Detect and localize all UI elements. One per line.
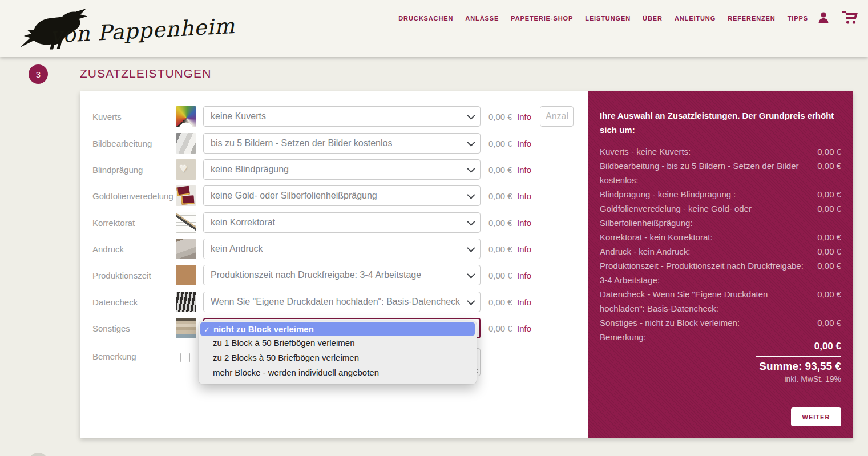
pencil-thumbnail-image — [176, 212, 196, 233]
step-indicator: 3 — [29, 64, 48, 84]
blindpraegung-select[interactable]: keine Blindprägung — [203, 159, 481, 180]
dropdown-option-1[interactable]: ✓nicht zu Block verleimen — [200, 322, 475, 336]
envelopes-thumbnail-image — [176, 106, 196, 127]
select-value: keine Blindprägung — [211, 164, 289, 175]
summary-item: Sonstiges - nicht zu Block verleimen: 0,… — [600, 316, 841, 330]
chevron-down-icon — [467, 297, 475, 305]
summary-item-price: 0,00 € — [817, 144, 841, 159]
chevron-down-icon — [467, 218, 475, 226]
nav-item-leistungen[interactable]: Leistungen — [585, 15, 631, 22]
select-value: Produktionszeit nach Druckfreigabe: 3-4 … — [211, 270, 421, 280]
next-step-indicator — [29, 453, 48, 456]
form-row-blindpraegung: Blindprägung keine Blindprägung 0,00 € I… — [80, 159, 588, 180]
nav-item-papeterie-shop[interactable]: Papeterie-Shop — [511, 15, 573, 22]
summary-item-price: 0,00 € — [817, 244, 841, 259]
nav-item-referenzen[interactable]: Referenzen — [728, 15, 776, 22]
nav-item-tipps[interactable]: Tipps — [788, 15, 808, 22]
row-label: Blindprägung — [92, 165, 172, 175]
bildbearbeitung-info-link[interactable]: Info — [517, 139, 531, 148]
form-row-andruck: Andruck kein Andruck 0,00 € Info — [80, 239, 588, 259]
vat-note: inkl. MwSt. 19% — [716, 374, 841, 384]
row-price: 0,00 € — [488, 139, 512, 148]
brand-logo[interactable]: von Pappenheim — [6, 3, 194, 56]
photos-thumbnail-image — [176, 133, 196, 154]
nav-item-anlaesse[interactable]: Anlässe — [465, 15, 499, 22]
sum-total: Summe: 93,55 € — [716, 360, 841, 373]
datencheck-info-link[interactable]: Info — [517, 297, 531, 307]
korrektorat-select[interactable]: kein Korrektorat — [203, 212, 481, 233]
row-price: 0,00 € — [488, 218, 512, 228]
cart-icon[interactable] — [842, 10, 858, 25]
check-icon: ✓ — [204, 325, 210, 334]
summary-item-price: 0,00 € — [817, 230, 841, 244]
bemerkung-checkbox[interactable] — [180, 353, 190, 362]
select-value: Wenn Sie "Eigene Druckdaten hochladen": … — [211, 297, 460, 307]
box-thumbnail-image — [176, 239, 196, 259]
dropdown-option-4[interactable]: mehr Blöcke - werden individuell angebot… — [199, 365, 477, 380]
sonstiges-dropdown-menu: ✓nicht zu Block verleimen zu 1 Block à 5… — [199, 321, 477, 384]
chevron-down-icon — [467, 271, 475, 279]
zusatzleistungen-card: Kuverts keine Kuverts 0,00 € Info Bildbe… — [80, 91, 853, 438]
form-row-datencheck: Datencheck Wenn Sie "Eigene Druckdaten h… — [80, 292, 588, 312]
gold-foil-thumbnail-image — [176, 185, 196, 206]
select-value: keine Kuverts — [211, 111, 266, 122]
additional-total: 0,00 € — [716, 341, 841, 352]
chevron-down-icon — [467, 165, 475, 173]
summary-item-text: Blindprägung - keine Blindprägung : — [600, 187, 817, 201]
andruck-info-link[interactable]: Info — [517, 244, 531, 254]
summary-item-price: 0,00 € — [817, 187, 841, 201]
account-icon[interactable] — [818, 11, 829, 24]
nav-item-ueber[interactable]: Über — [643, 15, 663, 22]
korrektorat-info-link[interactable]: Info — [517, 218, 531, 228]
site-header: von Pappenheim Drucksachen Anlässe Papet… — [0, 0, 868, 57]
summary-item-text: Bildbearbeitung - bis zu 5 Bildern - Set… — [600, 159, 817, 187]
row-label: Andruck — [92, 244, 172, 254]
weiter-button[interactable]: WEITER — [791, 407, 841, 426]
blindpraegung-info-link[interactable]: Info — [517, 165, 531, 175]
nav-item-anleitung[interactable]: Anleitung — [675, 15, 716, 22]
page-title: ZUSATZLEISTUNGEN — [80, 67, 211, 80]
keyboard-thumbnail-image — [176, 292, 196, 312]
kuverts-info-link[interactable]: Info — [517, 112, 531, 122]
nav-item-drucksachen[interactable]: Drucksachen — [398, 15, 453, 22]
summary-item-text: Kuverts - keine Kuverts: — [600, 144, 817, 159]
summary-item-price: 0,00 € — [817, 287, 841, 316]
summary-item: Andruck - kein Andruck: 0,00 € — [600, 244, 841, 259]
chevron-down-icon — [467, 112, 475, 120]
form-row-korrektorat: Korrektorat kein Korrektorat 0,00 € Info — [80, 212, 588, 233]
datencheck-select[interactable]: Wenn Sie "Eigene Druckdaten hochladen": … — [203, 292, 481, 312]
dropdown-option-2[interactable]: zu 1 Block à 50 Briefbögen verleimen — [199, 336, 477, 350]
step-number: 3 — [36, 70, 41, 79]
summary-item-price: 0,00 € — [817, 316, 841, 330]
page: von Pappenheim Drucksachen Anlässe Papet… — [0, 0, 868, 456]
summary-item: Korrektorat - kein Korrektorat: 0,00 € — [600, 230, 841, 244]
row-label: Korrektorat — [92, 218, 172, 228]
paper-stack-thumbnail-image — [176, 318, 196, 338]
bildbearbeitung-select[interactable]: bis zu 5 Bildern - Setzen der Bilder kos… — [203, 133, 481, 154]
dropdown-option-3[interactable]: zu 2 Blocks à 50 Briefbögen verleimen — [199, 350, 477, 365]
chevron-down-icon — [467, 191, 475, 199]
select-value: kein Andruck — [211, 244, 263, 254]
select-value: kein Korrektorat — [211, 217, 275, 228]
sonstiges-info-link[interactable]: Info — [517, 324, 531, 333]
chevron-down-icon — [467, 244, 475, 252]
summary-title: Ihre Auswahl an Zusatzleistungen. Der Gr… — [600, 108, 841, 137]
row-price: 0,00 € — [488, 112, 512, 122]
embossed-heart-thumbnail-image — [176, 159, 196, 180]
row-price: 0,00 € — [488, 297, 512, 307]
summary-item: Blindprägung - keine Blindprägung : 0,00… — [600, 187, 841, 201]
summary-item-text: Produktionszeit - Produktionszeit nach D… — [600, 259, 817, 287]
row-price: 0,00 € — [488, 271, 512, 280]
produktionszeit-info-link[interactable]: Info — [517, 271, 531, 280]
select-value: bis zu 5 Bildern - Setzen der Bilder kos… — [211, 138, 392, 148]
goldfolienveredelung-info-link[interactable]: Info — [517, 191, 531, 201]
row-price: 0,00 € — [488, 191, 512, 201]
goldfolienveredelung-select[interactable]: keine Gold- oder Silberfolienheißprägung — [203, 185, 481, 206]
produktionszeit-select[interactable]: Produktionszeit nach Druckfreigabe: 3-4 … — [203, 265, 481, 285]
main-nav: Drucksachen Anlässe Papeterie-Shop Leist… — [398, 15, 808, 22]
anzahl-input[interactable] — [540, 106, 574, 127]
form-row-bildbearbeitung: Bildbearbeitung bis zu 5 Bildern - Setze… — [80, 133, 588, 154]
cardboard-box-thumbnail-image — [176, 265, 196, 285]
andruck-select[interactable]: kein Andruck — [203, 239, 481, 259]
kuverts-select[interactable]: keine Kuverts — [203, 106, 481, 127]
